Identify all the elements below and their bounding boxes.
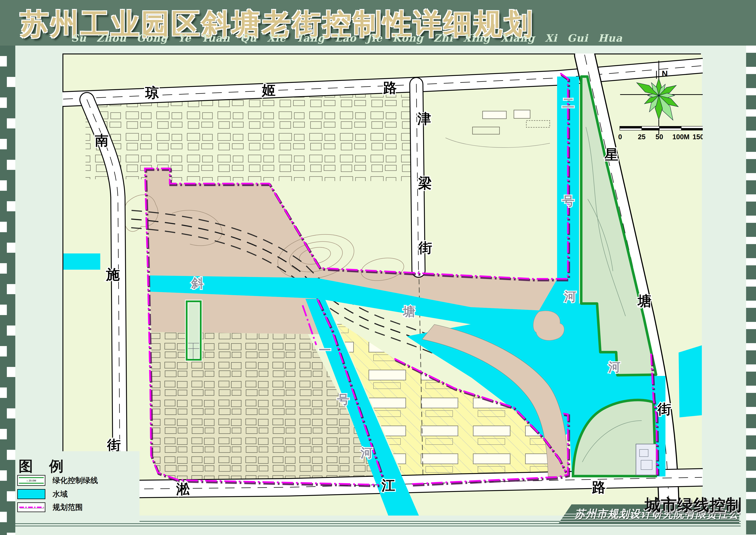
street-label-songjiang-2: 江 [381, 478, 395, 493]
scale-label-50: 50 [656, 133, 663, 141]
street-label-xingtang-1: 星 [605, 147, 618, 162]
scale-label-25: 25 [638, 133, 645, 141]
street-label-qiongji-3: 路 [383, 80, 397, 95]
page-subtitle-pinyin: Su Zhou Gong Ye Yuan Qu Xie Tang Lao Jie… [71, 32, 623, 44]
street-label-nanshi-2: 施 [106, 267, 120, 282]
river-label-erhao-1: 二 [562, 96, 574, 110]
river-label-xietang-1: 斜 [191, 276, 203, 290]
street-label-qiongji-2: 姬 [261, 82, 276, 98]
river-label-xietang-3: 河 [608, 360, 620, 374]
planning-map-page: { "header": { "title": "苏州工业园区斜塘老街控制性详细规… [0, 0, 756, 535]
street-label-qiongji-1: 琼 [145, 85, 159, 100]
legend-panel: 图 例 ↕ 20.0M 绿化控制绿线 水域 规划范围 [15, 451, 140, 523]
street-label-songjiang-3: 路 [592, 480, 606, 495]
river-label-erhao-3: 河 [564, 290, 576, 303]
legend-item-boundary: 规划范围 [17, 502, 136, 512]
filmstrip-border-left [0, 45, 15, 535]
river-under [63, 253, 100, 270]
north-label: N [662, 69, 668, 78]
planning-boundary-symbol [17, 502, 45, 512]
water-symbol [17, 489, 45, 499]
river-label-yihao-1: 一 [319, 343, 331, 357]
scale-label-100: 100M [672, 133, 689, 141]
green-control-line-symbol: ↕ 20.0M [17, 475, 45, 486]
scale-label-150: 150M [692, 133, 703, 141]
river-label-xietang-2: 塘 [402, 305, 415, 318]
river-label-yihao-2: 号 [337, 392, 349, 406]
street-label-jinliang-3: 街 [418, 240, 432, 255]
street-label-jinliang-1: 津 [417, 111, 431, 126]
legend-title: 图 例 [18, 457, 70, 476]
legend-item-water: 水域 [17, 489, 136, 499]
scale-label-0: 0 [618, 133, 622, 141]
map-sheet-name: 城市绿线控制图 [645, 494, 756, 516]
green-control-rect [187, 301, 201, 360]
legend-label-green-control: 绿化控制绿线 [53, 475, 98, 486]
street-label-nanshi-3: 街 [107, 437, 121, 453]
street-label-songjiang-1: 淞 [176, 481, 190, 497]
filmstrip-border-right [741, 45, 756, 535]
green-line-width-annotation: ↕ 20.0M [26, 479, 36, 482]
river-label-erhao-2: 号 [562, 194, 574, 208]
street-label-nanshi-1: 南 [95, 132, 109, 148]
street-label-xingtang-2: 塘 [637, 293, 651, 309]
map-canvas: 琼 姬 路 南 施 街 津 梁 街 星 塘 街 淞 江 路 斜 塘 河 二 号 … [63, 53, 701, 515]
park-compound [636, 444, 656, 475]
legend-item-green-control: ↕ 20.0M 绿化控制绿线 [17, 475, 136, 486]
legend-label-water: 水域 [53, 489, 68, 499]
street-label-jinliang-2: 梁 [418, 176, 432, 191]
planning-map-svg: 琼 姬 路 南 施 街 津 梁 街 星 塘 街 淞 江 路 斜 塘 河 二 号 … [63, 53, 703, 517]
river-label-yihao-3: 河 [360, 446, 373, 460]
title-banner: 苏州工业园区斜塘老街控制性详细规划 Su Zhou Gong Ye Yuan Q… [0, 0, 756, 45]
street-label-xingtang-3: 街 [657, 401, 671, 417]
legend-label-boundary: 规划范围 [53, 502, 83, 512]
north-residential-fabric [86, 95, 411, 181]
